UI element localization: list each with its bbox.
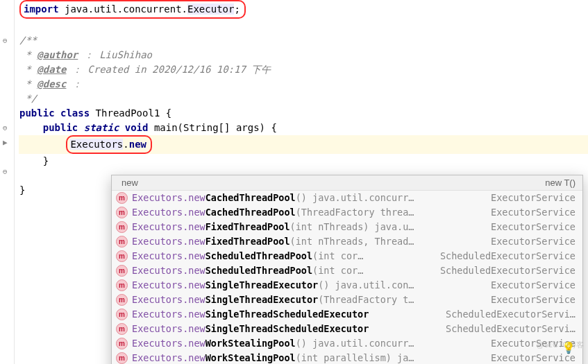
doctag-desc: @desc: [37, 78, 66, 89]
completion-item-return-type: ScheduledExecutorService: [429, 264, 576, 277]
method-icon: m: [116, 323, 128, 335]
popup-header-left: new: [121, 177, 138, 188]
completion-item-return-type: ExecutorService: [480, 191, 576, 205]
completion-item[interactable]: mExecutors.newFixedThreadPool(int nThrea…: [112, 220, 582, 234]
code-editor[interactable]: ⊖ ⊖ ▶ ⊖ import java.util.concurrent.Exec…: [0, 0, 588, 198]
highlight-callout: Executors.new: [66, 135, 152, 154]
keyword-import: import: [24, 3, 59, 15]
completion-popup-header: new new T(): [112, 175, 582, 191]
completion-item-return-type: ScheduledExecutorServi…: [435, 308, 576, 321]
completion-item[interactable]: mExecutors.newCachedThreadPool(ThreadFac…: [112, 205, 582, 220]
javadoc-line[interactable]: * @author ： LiuShihao: [19, 48, 588, 62]
completion-item-label: Executors.newSingleThreadScheduledExecut…: [132, 308, 430, 321]
method-icon: m: [116, 352, 128, 364]
completion-list[interactable]: mExecutors.newCachedThreadPool() java.ut…: [112, 191, 582, 364]
completion-item[interactable]: mExecutors.newSingleThreadExecutor() jav…: [112, 278, 582, 293]
method-icon: m: [116, 207, 128, 218]
javadoc-line[interactable]: * @date ： Created in 2020/12/16 10:17 下午: [19, 62, 588, 77]
completion-item-return-type: ScheduledExecutorServi…: [435, 322, 576, 336]
fold-marker-icon[interactable]: ⊖: [3, 123, 8, 132]
completion-item[interactable]: mExecutors.newScheduledThreadPool(int co…: [112, 263, 582, 278]
code-line[interactable]: import java.util.concurrent.Executor;: [19, 0, 588, 19]
method-icon: m: [116, 265, 128, 277]
completion-item[interactable]: mExecutors.newSingleThreadExecutor(Threa…: [112, 293, 582, 307]
code-line[interactable]: }: [19, 154, 588, 168]
completion-item-label: Executors.newSingleThreadScheduledExecut…: [132, 322, 430, 336]
highlight-callout: import java.util.concurrent.Executor;: [19, 0, 246, 19]
method-icon: m: [116, 192, 128, 204]
watermark: @51CTO博客: [537, 340, 584, 350]
javadoc-close[interactable]: */: [19, 92, 588, 106]
class-name: ThreadPool1 {: [90, 107, 171, 119]
completion-item-label: Executors.newFixedThreadPool(int nThread…: [132, 235, 476, 248]
method-icon: m: [116, 236, 128, 248]
completion-item-return-type: ExecutorService: [480, 206, 576, 219]
gutter: ⊖ ⊖ ▶ ⊖: [0, 0, 15, 364]
method-icon: m: [116, 338, 128, 349]
doctag-date: @date: [37, 64, 66, 75]
completion-item[interactable]: mExecutors.newCachedThreadPool() java.ut…: [112, 191, 582, 205]
method-icon: m: [116, 279, 128, 291]
popup-header-right: new T(): [545, 177, 576, 188]
completion-item[interactable]: mExecutors.newScheduledThreadPool(int co…: [112, 249, 582, 263]
completion-item-return-type: ExecutorService: [480, 235, 576, 248]
code-line[interactable]: [19, 19, 588, 33]
current-line[interactable]: Executors.new: [19, 135, 588, 154]
completion-item-label: Executors.newWorkStealingPool() java.uti…: [132, 337, 476, 350]
method-icon: m: [116, 294, 128, 306]
javadoc-open[interactable]: /**: [19, 33, 588, 48]
doctag-author: @author: [37, 49, 78, 60]
completion-item-label: Executors.newScheduledThreadPool(int cor…: [132, 264, 425, 277]
javadoc-line[interactable]: * @desc ：: [19, 77, 588, 92]
completion-item[interactable]: mExecutors.newWorkStealingPool(int paral…: [112, 351, 582, 364]
method-icon: m: [116, 309, 128, 320]
completion-item-label: Executors.newWorkStealingPool(int parall…: [132, 352, 476, 364]
completion-item-label: Executors.newFixedThreadPool(int nThread…: [132, 220, 476, 234]
completion-item-label: Executors.newScheduledThreadPool(int cor…: [132, 250, 425, 263]
completion-item-label: Executors.newSingleThreadExecutor() java…: [132, 279, 476, 292]
run-gutter-icon[interactable]: ▶: [3, 138, 8, 147]
method-icon: m: [116, 221, 128, 233]
completion-item-label: Executors.newCachedThreadPool() java.uti…: [132, 191, 476, 205]
completion-item-return-type: ExecutorService: [480, 293, 576, 306]
code-line[interactable]: public static void main(String[] args) {: [19, 121, 588, 135]
completion-item[interactable]: mExecutors.newSingleThreadScheduledExecu…: [112, 322, 582, 336]
highlighted-word: Executor: [187, 3, 234, 15]
completion-item[interactable]: mExecutors.newFixedThreadPool(int nThrea…: [112, 234, 582, 249]
completion-item-return-type: ExecutorService: [480, 220, 576, 234]
fold-marker-icon[interactable]: ⊖: [3, 36, 8, 45]
fold-marker-icon[interactable]: ⊖: [3, 167, 8, 176]
completion-item-label: Executors.newCachedThreadPool(ThreadFact…: [132, 206, 476, 219]
completion-item-return-type: ScheduledExecutorService: [429, 250, 576, 263]
completion-item[interactable]: mExecutors.newSingleThreadScheduledExecu…: [112, 307, 582, 322]
completion-item-return-type: ExecutorService: [480, 279, 576, 292]
completion-item[interactable]: mExecutors.newWorkStealingPool() java.ut…: [112, 336, 582, 351]
code-line[interactable]: public class ThreadPool1 {: [19, 106, 588, 121]
completion-popup[interactable]: new new T() mExecutors.newCachedThreadPo…: [111, 175, 583, 364]
completion-item-label: Executors.newSingleThreadExecutor(Thread…: [132, 293, 476, 306]
method-icon: m: [116, 250, 128, 262]
